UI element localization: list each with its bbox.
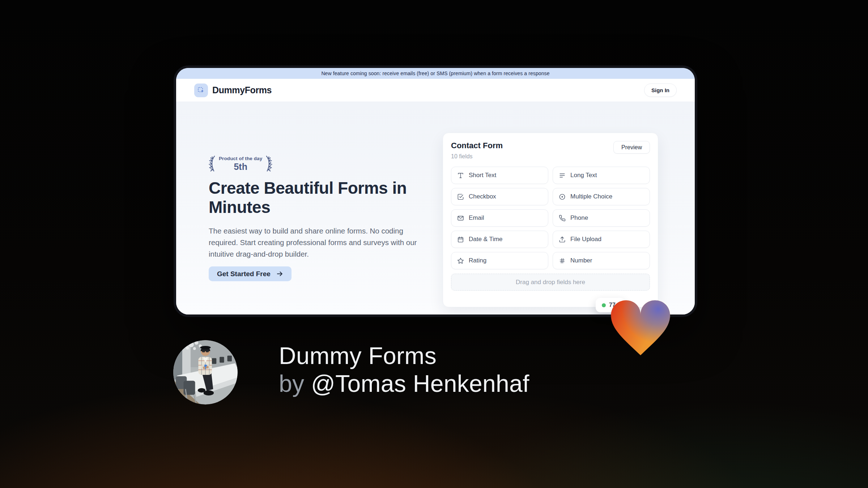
field-checkbox[interactable]: Checkbox bbox=[451, 188, 548, 205]
long-text-icon bbox=[559, 172, 566, 179]
field-long-text[interactable]: Long Text bbox=[553, 167, 650, 184]
field-phone[interactable]: Phone bbox=[553, 209, 650, 227]
arrow-right-icon bbox=[276, 270, 283, 277]
field-label: Rating bbox=[469, 257, 486, 264]
award-rank: 5th bbox=[219, 162, 262, 172]
award-text: Product of the day 5th bbox=[219, 156, 262, 172]
attribution-text: Dummy Forms by @Tomas Henkenhaf bbox=[279, 342, 529, 398]
announcement-banner: New feature coming soon: receive emails … bbox=[176, 68, 695, 79]
dropzone-label: Drag and drop fields here bbox=[516, 279, 585, 286]
hero-section: Product of the day 5th Create Beautiful … bbox=[176, 102, 695, 314]
attribution-by: by bbox=[279, 370, 304, 397]
drag-drop-zone[interactable]: Drag and drop fields here bbox=[451, 274, 650, 291]
multiple-choice-icon bbox=[559, 193, 566, 200]
field-label: Email bbox=[469, 214, 484, 222]
field-short-text[interactable]: Short Text bbox=[451, 167, 548, 184]
laurel-left-icon bbox=[207, 155, 216, 173]
field-label: Number bbox=[570, 257, 592, 264]
short-text-icon bbox=[457, 172, 464, 179]
get-started-button[interactable]: Get Started Free bbox=[209, 266, 292, 281]
form-title: Contact Form bbox=[451, 141, 503, 150]
field-type-grid: Short Text Long Text Checkbox Multiple C… bbox=[451, 167, 650, 269]
field-label: Short Text bbox=[469, 172, 496, 179]
form-builder-card: Contact Form 10 fields Preview Short Tex… bbox=[443, 133, 658, 307]
field-file-upload[interactable]: File Upload bbox=[553, 231, 650, 248]
field-number[interactable]: Number bbox=[553, 252, 650, 269]
top-nav: DummyForms Sign In bbox=[176, 79, 695, 102]
form-field-count: 10 fields bbox=[451, 153, 503, 160]
form-card-titles: Contact Form 10 fields bbox=[451, 141, 503, 160]
status-dot-icon bbox=[602, 303, 606, 307]
announcement-text: New feature coming soon: receive emails … bbox=[321, 70, 549, 76]
file-upload-icon bbox=[559, 236, 566, 243]
dummyforms-logo-icon bbox=[194, 84, 208, 97]
field-date-time[interactable]: Date & Time bbox=[451, 231, 548, 248]
sign-in-button[interactable]: Sign In bbox=[644, 84, 677, 97]
headline-line1: Create Beautiful Forms in bbox=[209, 179, 407, 197]
cta-label: Get Started Free bbox=[217, 270, 271, 278]
field-label: File Upload bbox=[570, 236, 601, 243]
attribution-title: Dummy Forms bbox=[279, 342, 437, 369]
form-card-header: Contact Form 10 fields Preview bbox=[451, 141, 650, 160]
field-label: Multiple Choice bbox=[570, 193, 612, 200]
email-icon bbox=[457, 215, 464, 222]
award-title: Product of the day bbox=[219, 156, 262, 161]
field-multiple-choice[interactable]: Multiple Choice bbox=[553, 188, 650, 205]
brand-name: DummyForms bbox=[212, 85, 272, 95]
date-time-icon bbox=[457, 236, 464, 243]
field-label: Checkbox bbox=[469, 193, 496, 200]
headline-line2: Minutes bbox=[209, 198, 270, 217]
laurel-right-icon bbox=[265, 155, 274, 173]
field-label: Long Text bbox=[570, 172, 597, 179]
gradient-heart-icon bbox=[606, 294, 675, 358]
hero-description: The easiest way to build and share onlin… bbox=[209, 225, 418, 260]
field-label: Date & Time bbox=[469, 236, 503, 243]
brand-logo[interactable]: DummyForms bbox=[194, 84, 272, 97]
field-label: Phone bbox=[570, 214, 588, 222]
field-rating[interactable]: Rating bbox=[451, 252, 548, 269]
product-of-the-day-badge: Product of the day 5th bbox=[207, 155, 274, 173]
phone-icon bbox=[559, 215, 566, 222]
rating-icon bbox=[457, 257, 464, 264]
preview-button[interactable]: Preview bbox=[613, 141, 650, 154]
attribution-author: @Tomas Henkenhaf bbox=[311, 370, 529, 397]
hero-headline: Create Beautiful Forms inMinutes bbox=[209, 179, 418, 217]
browser-window-mockup: New feature coming soon: receive emails … bbox=[176, 68, 695, 314]
checkbox-icon bbox=[457, 193, 464, 200]
author-avatar bbox=[173, 340, 238, 404]
number-icon bbox=[559, 257, 566, 264]
field-email[interactable]: Email bbox=[451, 209, 548, 227]
